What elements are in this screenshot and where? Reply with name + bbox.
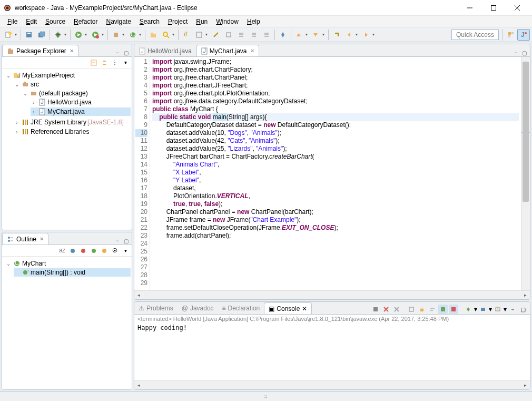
horizontal-scrollbar[interactable]: ◂ ▸	[134, 290, 530, 299]
list3-button[interactable]	[261, 29, 272, 41]
menu-navigate[interactable]: Navigate	[102, 17, 135, 26]
console-horizontal-scrollbar[interactable]: ◂ ▸	[134, 380, 530, 389]
line-number-gutter[interactable]: 1234567891011121314151617181920212223242…	[134, 57, 150, 290]
outline-class[interactable]: MyChart	[22, 260, 46, 267]
minimize-view-button[interactable]: －	[508, 305, 517, 314]
bottom-sash[interactable]: ⠶	[0, 392, 532, 401]
src-node[interactable]: src	[31, 81, 39, 88]
new-button[interactable]	[3, 29, 14, 41]
link-editor-button[interactable]	[100, 58, 109, 67]
jre-node[interactable]: JRE System Library	[31, 119, 86, 126]
scroll-lock-button[interactable]	[417, 305, 427, 314]
hide-local-button[interactable]	[100, 247, 109, 255]
outline-tree[interactable]: ⌄CMyChart Smain(String[]) : void	[2, 257, 132, 389]
box-button[interactable]	[223, 29, 234, 41]
hide-nonpublic-button[interactable]	[90, 247, 98, 255]
menu-project[interactable]: Project	[164, 17, 192, 26]
wand-button[interactable]	[210, 29, 222, 41]
prev-annotation-button[interactable]	[293, 29, 305, 41]
maximize-editor-button[interactable]: ▢	[520, 49, 528, 56]
forward-button[interactable]	[360, 29, 372, 41]
scroll-left-button[interactable]: ◂	[134, 381, 143, 389]
new-class-button[interactable]: C	[127, 29, 139, 41]
save-all-button[interactable]	[36, 29, 47, 41]
menu-source[interactable]: Source	[41, 17, 70, 26]
menu-edit[interactable]: Edit	[22, 17, 41, 26]
menu-search[interactable]: Search	[135, 17, 164, 26]
scroll-right-button[interactable]: ▸	[521, 291, 530, 299]
close-icon[interactable]: ✕	[302, 305, 307, 312]
minimize-view-button[interactable]: －	[114, 237, 121, 244]
file-mychart[interactable]: MyChart.java	[47, 108, 85, 115]
minimize-view-button[interactable]: －	[114, 49, 121, 56]
close-button[interactable]	[505, 0, 529, 16]
toggle-comment-button[interactable]: //	[181, 29, 192, 41]
maximize-button[interactable]	[481, 0, 505, 16]
maximize-view-button[interactable]: ▢	[518, 305, 528, 314]
collapse-all-button[interactable]	[90, 58, 98, 67]
editor-tab-mychart[interactable]: J MyChart.java ✕	[196, 45, 259, 56]
show-console-stderr-button[interactable]	[449, 305, 458, 314]
vertical-scrollbar[interactable]	[521, 57, 530, 290]
remove-all-terminated-button[interactable]	[392, 305, 401, 314]
open-perspective-button[interactable]	[505, 29, 517, 41]
menu-window[interactable]: Window	[212, 17, 243, 26]
close-icon[interactable]: ✕	[250, 48, 254, 54]
console-output[interactable]: Happy coding!	[134, 323, 530, 380]
remove-launch-button[interactable]	[371, 305, 380, 314]
save-button[interactable]	[23, 29, 35, 41]
outline-tab[interactable]: Outline ✕	[2, 233, 48, 244]
project-node[interactable]: MyExampleProject	[22, 72, 75, 79]
close-icon[interactable]: ✕	[40, 236, 44, 242]
editor-tab-helloworld[interactable]: J HelloWorld.java	[134, 45, 196, 56]
menu-help[interactable]: Help	[243, 17, 264, 26]
maximize-view-button[interactable]: ▢	[122, 237, 130, 244]
menu-file[interactable]: File	[3, 17, 22, 26]
open-console-button[interactable]: +	[493, 305, 503, 314]
list2-button[interactable]	[248, 29, 260, 41]
hide-static-button[interactable]	[79, 247, 87, 255]
default-package-node[interactable]: (default package)	[39, 90, 88, 97]
open-type-button[interactable]	[147, 29, 159, 41]
quick-access-field[interactable]: Quick Access	[451, 30, 499, 40]
remove-all-button[interactable]	[381, 305, 391, 314]
clear-console-button[interactable]	[407, 305, 416, 314]
search-button[interactable]	[160, 29, 172, 41]
tab-javadoc[interactable]: @Javadoc	[178, 302, 218, 314]
tab-console[interactable]: ▣Console✕	[264, 302, 312, 314]
display-console-button[interactable]	[478, 305, 488, 314]
java-perspective-button[interactable]: J	[517, 29, 530, 41]
minimize-editor-button[interactable]: －	[512, 49, 519, 56]
menu-run[interactable]: Run	[192, 17, 212, 26]
package-explorer-tree[interactable]: ⌄JMyExampleProject ⌄src ⌄(default packag…	[2, 69, 132, 230]
scroll-right-button[interactable]: ▸	[521, 381, 530, 389]
show-console-stdout-button[interactable]	[438, 305, 448, 314]
back-button[interactable]	[343, 29, 355, 41]
maximize-view-button[interactable]: ▢	[122, 49, 130, 56]
last-edit-button[interactable]	[331, 29, 342, 41]
file-helloworld[interactable]: HelloWorld.java	[47, 99, 92, 106]
new-package-button[interactable]	[110, 29, 122, 41]
run-button[interactable]	[73, 29, 84, 41]
format-button[interactable]	[193, 29, 205, 41]
minimize-button[interactable]	[458, 0, 481, 16]
outline-method[interactable]: main(String[]) : void	[31, 269, 85, 276]
sort-button[interactable]: az	[58, 247, 66, 255]
pin-button[interactable]	[277, 29, 289, 41]
next-annotation-button[interactable]	[310, 29, 322, 41]
debug-button[interactable]	[52, 29, 64, 41]
menu-refactor[interactable]: Refactor	[70, 17, 102, 26]
pin-console-button[interactable]	[464, 305, 473, 314]
focus-button[interactable]: ⦿	[111, 247, 119, 255]
scroll-left-button[interactable]: ◂	[134, 291, 143, 299]
view-menu-button[interactable]: ▾	[121, 58, 130, 67]
package-explorer-tab[interactable]: Package Explorer ✕	[2, 45, 78, 56]
view-menu-button[interactable]: ▾	[121, 247, 130, 255]
close-icon[interactable]: ✕	[70, 48, 74, 54]
word-wrap-button[interactable]	[428, 305, 437, 314]
list1-button[interactable]	[235, 29, 247, 41]
code-editor[interactable]: import javax.swing.JFrame;import org.jfr…	[150, 57, 521, 290]
run-last-button[interactable]	[90, 29, 101, 41]
filters-icon[interactable]: ⋮	[111, 58, 119, 67]
hide-fields-button[interactable]	[68, 247, 77, 255]
